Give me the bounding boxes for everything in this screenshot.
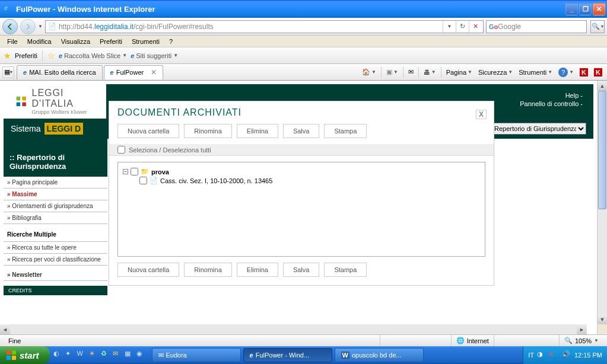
help-link[interactable]: Help - <box>520 91 583 100</box>
kaspersky-icon-1[interactable]: K <box>577 67 590 78</box>
chevron-down-icon: ▼ <box>594 338 599 343</box>
modal-button-elimina[interactable]: Elimina <box>237 263 278 277</box>
add-favorite-icon[interactable]: ☆ <box>47 51 55 60</box>
ql-icon-4[interactable]: ☀ <box>89 350 100 360</box>
sidebar-credits[interactable]: CREDITS <box>4 286 107 295</box>
read-mail-button[interactable]: ✉ <box>406 67 416 77</box>
modal-button-salva[interactable]: Salva <box>283 124 320 138</box>
favorites-star-icon[interactable]: ★ <box>4 51 11 60</box>
google-icon: Go <box>489 23 498 30</box>
scroll-left-icon[interactable]: ◄ <box>0 324 10 334</box>
sidebar-link-bibliografia[interactable]: » Bibliografia <box>4 212 107 224</box>
tree-document-row[interactable]: 📄 Cass. civ. Sez. I, 10-10-2000, n. 1346… <box>123 176 480 185</box>
security-zone[interactable]: 🌐 Internet <box>451 335 494 346</box>
back-button[interactable] <box>2 19 18 34</box>
repertorio-select[interactable]: Repertorio di Giurisprudenza <box>491 123 586 135</box>
modal-button-rinomina[interactable]: Rinomina <box>184 263 231 277</box>
svg-rect-1 <box>22 97 26 101</box>
quick-tabs-icon[interactable]: ▦▾ <box>2 66 14 78</box>
address-dropdown[interactable]: ▼ <box>443 21 456 33</box>
folder-checkbox[interactable] <box>131 168 138 175</box>
ie-task-icon: e <box>250 352 253 359</box>
tab-mai-esito[interactable]: e MAI. Esito della ricerca <box>17 65 103 79</box>
document-checkbox[interactable] <box>139 177 147 184</box>
menu-item-modifica[interactable]: Modifica <box>23 37 56 46</box>
logo-icon <box>15 94 27 108</box>
tools-menu[interactable]: Strumenti▼ <box>516 68 555 77</box>
search-button[interactable]: 🔍▾ <box>590 20 605 33</box>
modal-button-stampa[interactable]: Stampa <box>324 124 367 138</box>
task-eudora[interactable]: ✉ Eudora <box>152 348 241 362</box>
ql-icon-6[interactable]: ✉ <box>113 350 123 360</box>
scroll-up-icon[interactable]: ▲ <box>598 81 607 91</box>
search-box[interactable]: Go Google <box>486 20 587 33</box>
tray-icon-3[interactable]: 🔊 <box>562 350 571 360</box>
scroll-thumb[interactable] <box>598 91 606 209</box>
security-menu[interactable]: Sicurezza▼ <box>476 68 515 77</box>
clock[interactable]: 12:15 PM <box>574 352 602 359</box>
close-button[interactable]: ✕ <box>593 3 605 15</box>
ql-icon-7[interactable]: ▦ <box>125 350 135 360</box>
menu-item-visualizza[interactable]: Visualizza <box>56 37 95 46</box>
sidebar-link-orientamenti[interactable]: » Orientamenti di giurisprudenza <box>4 200 107 212</box>
tray-icon-2[interactable]: K <box>549 350 559 360</box>
select-all-checkbox[interactable] <box>117 146 125 154</box>
minimize-button[interactable]: _ <box>565 3 578 15</box>
lang-indicator[interactable]: IT <box>528 352 534 359</box>
folder-name: prova <box>151 168 169 175</box>
svg-rect-5 <box>12 350 16 355</box>
zoom-control[interactable]: 🔍 105% ▼ <box>559 335 603 346</box>
ql-icon-5[interactable]: ♻ <box>101 350 112 360</box>
suggested-sites-item[interactable]: e Siti suggeriti ▼ <box>131 52 178 59</box>
start-button[interactable]: start <box>0 346 50 364</box>
tab-fulpower[interactable]: e FulPower ✕ <box>104 65 164 79</box>
help-button[interactable]: ?▼ <box>556 66 576 78</box>
modal-button-salva[interactable]: Salva <box>283 263 320 277</box>
sidebar-link-massime[interactable]: » Massime <box>4 189 107 200</box>
task-opuscolo[interactable]: W opuscolo bd de... <box>335 348 424 362</box>
tab-close-icon[interactable]: ✕ <box>151 68 157 76</box>
ql-icon-3[interactable]: W <box>77 350 88 360</box>
collapse-icon[interactable]: − <box>123 169 128 174</box>
print-button[interactable]: 🖶▼ <box>421 68 438 77</box>
modal-button-nuova-cartella[interactable]: Nuova cartella <box>117 124 179 138</box>
vertical-scrollbar[interactable]: ▲ ▼ <box>597 81 607 334</box>
menu-item-file[interactable]: File <box>2 37 23 46</box>
favorites-button[interactable]: Preferiti <box>15 52 37 59</box>
refresh-button[interactable]: ↻ <box>456 21 469 33</box>
feeds-button[interactable]: ▣▼ <box>384 67 401 77</box>
menu-item-strumenti[interactable]: Strumenti <box>127 37 164 46</box>
tray-icon-1[interactable]: ◑ <box>537 350 546 360</box>
sidebar-link-ricerca-voci[interactable]: » Ricerca per voci di classificazione <box>4 254 107 266</box>
stop-button[interactable]: ✕ <box>469 21 482 33</box>
modal-button-stampa[interactable]: Stampa <box>324 263 367 277</box>
menu-item-preferiti[interactable]: Preferiti <box>95 37 127 46</box>
task-fulpower[interactable]: e FulPower - Wind... <box>243 348 332 362</box>
home-button[interactable]: 🏠▼ <box>360 67 379 77</box>
sidebar-link-ricerca-opere[interactable]: » Ricerca su tutte le opere <box>4 242 107 254</box>
web-slice-item[interactable]: e Raccolta Web Slice ▼ <box>59 52 127 59</box>
modal-close-button[interactable]: X <box>476 110 487 119</box>
address-bar[interactable]: 📄 http://bd44.leggiditalia.it/cgi-bin/Fu… <box>45 20 484 33</box>
modal-button-nuova-cartella[interactable]: Nuova cartella <box>117 263 179 277</box>
control-panel-link[interactable]: Pannello di controllo - <box>520 100 583 108</box>
maximize-button[interactable]: ❐ <box>579 3 592 15</box>
tree-folder-row[interactable]: − 📁 prova <box>123 167 480 176</box>
ql-icon-8[interactable]: ◉ <box>136 350 147 360</box>
horizontal-scrollbar[interactable]: ◄ ► <box>0 324 587 334</box>
scroll-down-icon[interactable]: ▼ <box>598 314 607 324</box>
scroll-right-icon[interactable]: ► <box>577 324 587 334</box>
sidebar-link-newsletter[interactable]: » Newsletter <box>4 269 107 281</box>
page-menu[interactable]: Pagina▼ <box>444 68 475 77</box>
ql-icon-1[interactable]: ◐ <box>53 350 64 360</box>
menu-item-?[interactable]: ? <box>164 37 177 46</box>
modal-title: DOCUMENTI ARCHIVIATI <box>109 101 494 124</box>
forward-button[interactable] <box>20 19 36 34</box>
modal-button-elimina[interactable]: Elimina <box>237 124 278 138</box>
ql-icon-2[interactable]: ✦ <box>65 350 76 360</box>
dropdown-arrow-icon[interactable]: ▼ <box>38 24 43 29</box>
modal-button-rinomina[interactable]: Rinomina <box>184 124 231 138</box>
sidebar-link-pagina-principale[interactable]: » Pagina principale <box>4 177 107 189</box>
kaspersky-icon-2[interactable]: K <box>592 67 605 78</box>
protected-mode[interactable] <box>494 335 559 346</box>
